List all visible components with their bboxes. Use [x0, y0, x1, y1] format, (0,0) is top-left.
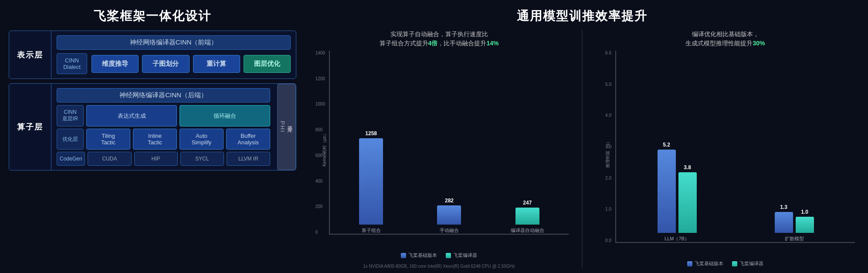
opt-row: 优化层 TilingTactic InlineTactic AutoSimpli… [57, 129, 270, 150]
bar3-value: 247 [523, 200, 532, 206]
y2tick-6: 6.0 [605, 51, 611, 55]
chart2-wrapper: 推理时延（s） 0.0 1.0 2.0 3.0 4.0 5.0 6.0 [596, 51, 855, 256]
legend2-label-2: 飞桨编译器 [739, 260, 763, 267]
left-panel: 飞桨框架一体化设计 表示层 神经网络编译器CINN（前端） CINNDialec… [9, 4, 296, 269]
llm-val1: 5.2 [663, 142, 670, 148]
bar3 [515, 208, 539, 225]
backend-header: 神经网络编译器CINN（后端） [57, 88, 270, 102]
legend2-item-1: 飞桨基础版本 [687, 260, 723, 267]
diff-bar1 [775, 212, 793, 233]
ir-row: CINN底层IR 表达式生成 循环融合 [57, 105, 270, 126]
bar2-value: 282 [445, 198, 454, 204]
bar-group-diff: 1.3 1.0 扩散模型 [742, 212, 846, 242]
right-title: 通用模型训推效率提升 [305, 4, 859, 26]
chart1-legend: 飞桨基础版本 飞桨编译器 [309, 250, 569, 260]
bar1-value: 1258 [365, 130, 377, 136]
phi-box: 算子库PHI [277, 84, 296, 170]
llm-bar2 [678, 172, 697, 233]
chart1-sub-mid2: ，比手动融合提升 [437, 40, 486, 47]
y2tick-5: 5.0 [605, 82, 611, 87]
bar1-label: 算子组合 [362, 227, 381, 234]
chart1-section: 实现算子自动融合，算子执行速度比 算子组合方式提升4倍，比手动融合提升14% K… [309, 30, 569, 269]
ytick-1400: 1400 [315, 51, 325, 55]
ir-label: CINN底层IR [57, 105, 84, 126]
bar1 [359, 138, 383, 225]
bar-group-3: 247 编译器自动融合 [491, 208, 564, 234]
ytick-0: 0 [315, 230, 325, 235]
llm-label: LLM（7B） [665, 235, 689, 242]
ytick-800: 800 [315, 127, 325, 132]
right-panel: 通用模型训推效率提升 实现算子自动融合，算子执行速度比 算子组合方式提升4倍，比… [305, 4, 859, 269]
legend-label-2: 飞桨编译器 [453, 252, 477, 259]
llm-val2: 3.8 [684, 164, 691, 171]
chart2-ylabel: 推理时延（s） [605, 139, 611, 167]
sycl-cell: SYCL [180, 152, 224, 166]
legend2-dot-2 [732, 261, 737, 266]
chart2-sub-mid: 生成式模型推理性能提升 [685, 40, 753, 47]
hip-cell: HIP [134, 152, 178, 166]
top-section-label: 表示层 [9, 31, 51, 78]
legend-dot-2 [446, 253, 451, 258]
bar-group-llm: 5.2 3.8 LLM（7B） [625, 150, 729, 242]
chart1-wrapper: Kernel耗时（μs） 0 200 400 600 800 1000 1200… [309, 51, 569, 248]
chart1-footnote: 1x NVIDIA A800-80GB, 160 core Intel(R) X… [309, 263, 569, 269]
codegen-label: CodeGen [57, 152, 85, 166]
chart2-highlight: 30% [753, 40, 765, 47]
diff-val1: 1.3 [780, 204, 787, 210]
top-row: CINNDialect 维度推导 子图划分 重计算 图层优化 [57, 53, 291, 74]
chart2-section: 编译优化相比基础版本， 生成式模型推理性能提升30% 推理时延（s） 0.0 1… [596, 30, 855, 269]
bar2 [437, 205, 461, 225]
legend-label-1: 飞桨基础版本 [408, 252, 437, 259]
codegen-row: CodeGen CUDA HIP SYCL LLVM IR [57, 152, 270, 166]
ytick-600: 600 [315, 153, 325, 158]
diff-bar2 [796, 217, 814, 233]
chart1-sub-pre: 实现算子自动融合，算子执行速度比 [390, 31, 488, 38]
legend2-label-1: 飞桨基础版本 [695, 260, 723, 267]
diff-val2: 1.0 [801, 209, 808, 215]
cuda-cell: CUDA [88, 152, 131, 166]
top-section-content: 神经网络编译器CINN（前端） CINNDialect 维度推导 子图划分 重计… [51, 31, 296, 78]
top-section: 表示层 神经网络编译器CINN（前端） CINNDialect 维度推导 子图划… [9, 31, 296, 79]
chip-subgraph: 子图划分 [142, 55, 189, 73]
ytick-400: 400 [315, 179, 325, 184]
y2tick-4: 4.0 [605, 113, 611, 118]
tiling-tactic: TilingTactic [86, 129, 130, 150]
bar3-label: 编译器自动融合 [511, 227, 544, 234]
chart1-highlight2: 14% [486, 40, 498, 47]
legend2-dot-1 [687, 261, 692, 266]
y2tick-0: 0.0 [605, 238, 611, 243]
bottom-section: 算子层 神经网络编译器CINN（后端） CINN底层IR 表达式生成 循环融合 … [9, 83, 296, 171]
ytick-1000: 1000 [315, 102, 325, 106]
bar2-label: 手动融合 [440, 227, 459, 234]
chips-row: 维度推导 子图划分 重计算 图层优化 [92, 55, 291, 73]
chart2-subtitle: 编译优化相比基础版本， 生成式模型推理性能提升30% [596, 30, 855, 48]
chip-layer-opt: 图层优化 [244, 55, 291, 73]
auto-simplify: AutoSimplify [180, 129, 224, 150]
y2tick-2: 2.0 [605, 176, 611, 181]
chart2-legend: 飞桨基础版本 飞桨编译器 [596, 259, 855, 269]
inline-tactic: InlineTactic [133, 129, 177, 150]
chart2-sub-pre: 编译优化相比基础版本， [692, 31, 759, 38]
left-title: 飞桨框架一体化设计 [9, 4, 296, 26]
bar-group-2: 282 手动融合 [412, 205, 486, 234]
chip-dim-infer: 维度推导 [92, 55, 139, 73]
diff-label: 扩散模型 [785, 235, 804, 242]
chart1-highlight1: 4倍 [428, 40, 438, 47]
legend2-item-2: 飞桨编译器 [732, 260, 763, 267]
buffer-analysis: BufferAnalysis [226, 129, 270, 150]
chip-recompute: 重计算 [193, 55, 240, 73]
frontend-header: 神经网络编译器CINN（前端） [57, 35, 291, 50]
opt-label: 优化层 [57, 129, 84, 150]
chart1-sub-mid: 算子组合方式提升 [380, 40, 428, 47]
legend-item-1: 飞桨基础版本 [401, 252, 437, 259]
llvmir-cell: LLVM IR [227, 152, 270, 166]
llm-bar1 [658, 150, 676, 233]
bottom-section-content: 神经网络编译器CINN（后端） CINN底层IR 表达式生成 循环融合 优化层 … [51, 84, 275, 170]
bottom-section-label: 算子层 [9, 84, 51, 170]
ytick-1200: 1200 [315, 76, 325, 81]
legend-item-2: 飞桨编译器 [446, 252, 477, 259]
cinn-dialect: CINNDialect [57, 53, 87, 74]
bar-group-1: 1258 算子组合 [334, 138, 408, 234]
loop-fusion: 循环融合 [180, 105, 270, 126]
y2tick-3: 3.0 [605, 144, 611, 149]
